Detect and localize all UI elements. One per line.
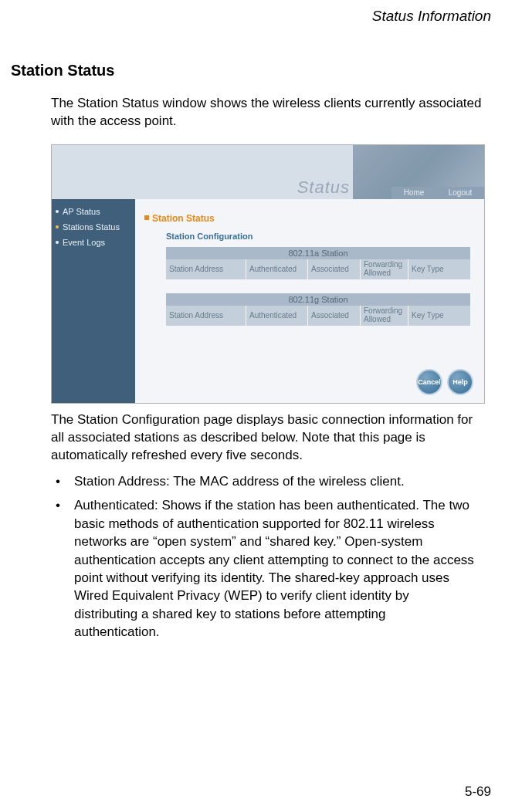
sidebar: AP Status Stations Status Event Logs xyxy=(52,199,135,403)
col-key-type: Key Type xyxy=(408,306,470,326)
banner-status-label: Status xyxy=(297,178,350,198)
header-title: Status Information xyxy=(372,8,491,24)
home-logout-bar: Home Logout xyxy=(391,187,484,199)
table-header-row: Station Address Authenticated Associated… xyxy=(166,259,470,279)
cancel-button-label: Cancel xyxy=(418,378,441,386)
col-authenticated: Authenticated xyxy=(246,259,308,279)
bullet-list: • Station Address: The MAC address of th… xyxy=(0,465,505,641)
screenshot-body: AP Status Stations Status Event Logs Sta… xyxy=(52,199,484,403)
col-key-type: Key Type xyxy=(408,259,470,279)
col-forwarding-allowed: Forwarding Allowed xyxy=(361,259,408,279)
table-title: 802.11a Station xyxy=(166,247,470,259)
panel-heading-text: Station Status xyxy=(152,213,215,224)
screenshot-figure: Status Home Logout AP Status Stations St… xyxy=(51,144,485,404)
sidebar-item-event-logs[interactable]: Event Logs xyxy=(52,235,135,250)
col-station-address: Station Address xyxy=(166,259,246,279)
list-item: • Authenticated: Shows if the station ha… xyxy=(51,496,488,641)
panel-heading: Station Status xyxy=(144,213,475,224)
sidebar-item-label: AP Status xyxy=(63,207,100,216)
banner-graphic: Home Logout xyxy=(353,145,484,199)
heading-bullet-icon xyxy=(144,215,149,220)
panel-subheading: Station Configuration xyxy=(166,232,475,241)
table-header-row: Station Address Authenticated Associated… xyxy=(166,306,470,326)
sidebar-item-stations-status[interactable]: Stations Status xyxy=(52,219,135,235)
bullet-icon: • xyxy=(51,472,74,490)
intro-paragraph: The Station Status window shows the wire… xyxy=(0,80,505,130)
col-associated: Associated xyxy=(308,259,361,279)
sidebar-item-label: Stations Status xyxy=(63,222,120,232)
footer-buttons: Cancel Help xyxy=(416,369,473,395)
page-header: Status Information xyxy=(0,0,505,25)
bullet-text: Station Address: The MAC address of the … xyxy=(74,472,488,490)
col-station-address: Station Address xyxy=(166,306,246,326)
page-number: 5-69 xyxy=(465,784,491,800)
screenshot-top-banner: Status Home Logout xyxy=(52,145,484,199)
bullet-text: Authenticated: Shows if the station has … xyxy=(74,496,488,641)
col-authenticated: Authenticated xyxy=(246,306,308,326)
cancel-button[interactable]: Cancel xyxy=(416,369,442,395)
list-item: • Station Address: The MAC address of th… xyxy=(51,472,488,490)
logout-link[interactable]: Logout xyxy=(449,188,473,197)
after-paragraph: The Station Configuration page displays … xyxy=(0,404,505,465)
main-panel: Station Status Station Configuration 802… xyxy=(135,199,484,403)
table-title: 802.11g Station xyxy=(166,293,470,306)
col-forwarding-allowed: Forwarding Allowed xyxy=(361,306,408,326)
sidebar-item-label: Event Logs xyxy=(63,238,105,247)
home-link[interactable]: Home xyxy=(404,188,425,197)
station-table-g: 802.11g Station Station Address Authenti… xyxy=(166,293,470,326)
station-table-a: 802.11a Station Station Address Authenti… xyxy=(166,247,470,279)
help-button[interactable]: Help xyxy=(447,369,473,395)
sidebar-item-ap-status[interactable]: AP Status xyxy=(52,204,135,219)
help-button-label: Help xyxy=(452,378,468,386)
section-title: Station Status xyxy=(0,25,505,80)
bullet-icon: • xyxy=(51,496,74,641)
col-associated: Associated xyxy=(308,306,361,326)
